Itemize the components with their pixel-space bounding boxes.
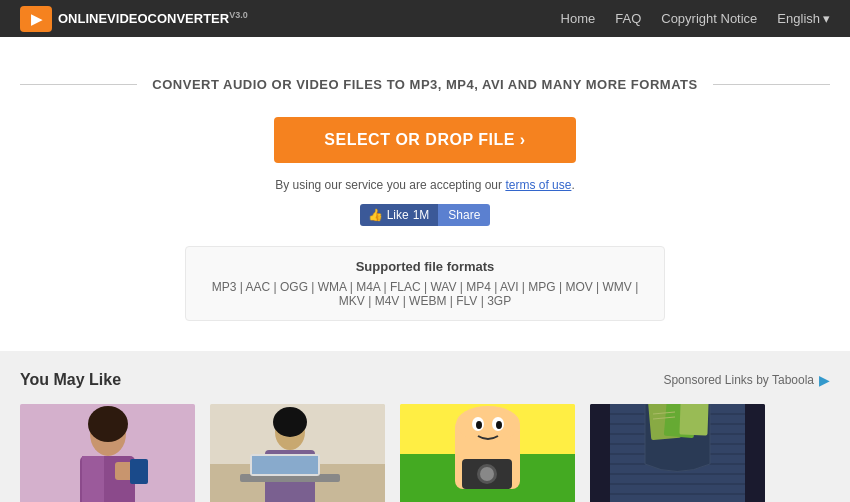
terms-text: By using our service you are accepting o… xyxy=(275,178,575,192)
svg-point-6 xyxy=(88,406,128,442)
logo-text: OnlineVideoConverterv3.0 xyxy=(58,10,248,26)
select-drop-button[interactable]: SELECT OR DROP FILE › xyxy=(274,117,575,163)
supported-formats: Supported file formats MP3 | AAC | OGG |… xyxy=(185,246,665,321)
terms-link[interactable]: terms of use xyxy=(505,178,571,192)
rec-header: You May Like Sponsored Links by Taboola … xyxy=(20,371,830,389)
rec-card-4[interactable]: Aged 35 Or Over? You Might Be Eligible F… xyxy=(590,404,765,502)
formats-list: MP3 | AAC | OGG | WMA | M4A | FLAC | WAV… xyxy=(211,280,639,308)
facebook-like: 👍 Like 1M Share xyxy=(360,204,491,226)
header: ▶ OnlineVideoConverterv3.0 Home FAQ Copy… xyxy=(0,0,850,37)
taboola-arrow-icon: ▶ xyxy=(819,372,830,388)
nav-language[interactable]: English ▾ xyxy=(777,11,830,26)
rec-card-1-image xyxy=(20,404,195,502)
nav: Home FAQ Copyright Notice English ▾ xyxy=(561,11,830,26)
tagline-text: CONVERT AUDIO OR VIDEO FILES TO MP3, MP4… xyxy=(152,77,697,92)
svg-point-16 xyxy=(273,407,307,437)
tagline-line-left xyxy=(20,84,137,85)
tagline-line-right xyxy=(713,84,830,85)
svg-rect-5 xyxy=(82,456,104,502)
recommendations-section: You May Like Sponsored Links by Taboola … xyxy=(0,351,850,502)
svg-point-20 xyxy=(456,406,520,442)
nav-home[interactable]: Home xyxy=(561,11,596,26)
formats-title: Supported file formats xyxy=(211,259,639,274)
logo-icon: ▶ xyxy=(20,6,52,32)
fb-like-button[interactable]: 👍 Like 1M xyxy=(360,204,438,226)
rec-card-2[interactable]: Calculate: Your Monthly Expenses At 60 B… xyxy=(210,404,385,502)
svg-rect-8 xyxy=(130,459,148,484)
logo: ▶ OnlineVideoConverterv3.0 xyxy=(20,6,561,32)
svg-rect-15 xyxy=(252,456,318,474)
svg-text:▶: ▶ xyxy=(31,11,43,27)
rec-card-1[interactable]: Investing in SIP can Increase Your Money… xyxy=(20,404,195,502)
main-content: CONVERT AUDIO OR VIDEO FILES TO MP3, MP4… xyxy=(0,37,850,351)
svg-point-23 xyxy=(476,421,482,429)
rec-card-3-image xyxy=(400,404,575,502)
rec-cards: Investing in SIP can Increase Your Money… xyxy=(20,404,830,502)
svg-point-24 xyxy=(496,421,502,429)
rec-card-2-image xyxy=(210,404,385,502)
fb-share-button[interactable]: Share xyxy=(437,204,490,226)
rec-title: You May Like xyxy=(20,371,121,389)
tagline-container: CONVERT AUDIO OR VIDEO FILES TO MP3, MP4… xyxy=(20,77,830,92)
rec-card-4-image xyxy=(590,404,765,502)
svg-point-27 xyxy=(480,467,494,481)
rec-card-3[interactable]: Do You Want to Reduce Your 1-6 Year Old'… xyxy=(400,404,575,502)
nav-faq[interactable]: FAQ xyxy=(615,11,641,26)
taboola-label: Sponsored Links by Taboola ▶ xyxy=(663,372,830,388)
svg-rect-43 xyxy=(679,404,708,435)
nav-copyright[interactable]: Copyright Notice xyxy=(661,11,757,26)
